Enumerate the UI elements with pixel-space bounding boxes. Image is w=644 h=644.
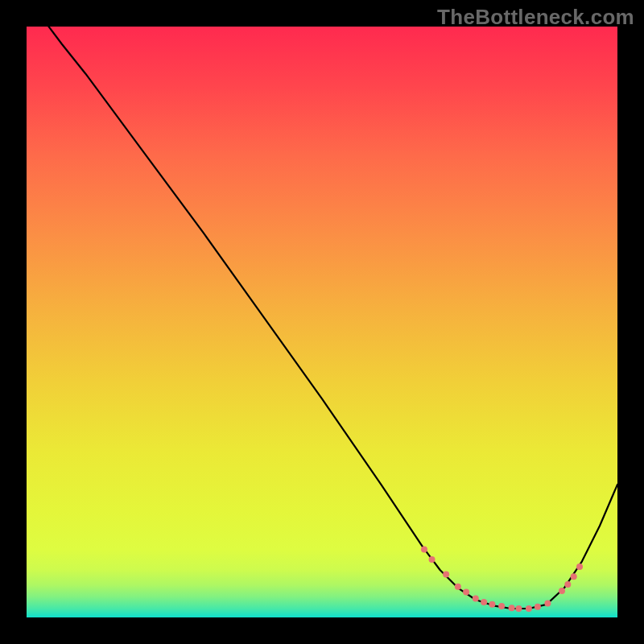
curve-marker (576, 564, 583, 570)
curve-marker (571, 573, 577, 580)
curve-marker (559, 588, 565, 594)
curve-marker (481, 599, 487, 605)
curve-marker (515, 605, 522, 612)
curve-marker (463, 588, 469, 595)
curve-marker (443, 571, 449, 577)
chart-plot (27, 27, 617, 617)
curve-marker (498, 603, 505, 609)
curve-marker (544, 600, 551, 606)
curve-marker (535, 604, 541, 610)
curve-marker (509, 605, 515, 611)
curve-marker (564, 581, 571, 588)
curve-marker (473, 596, 479, 602)
curve-marker (421, 547, 427, 553)
curve-marker (429, 556, 436, 563)
curve-marker (526, 605, 532, 612)
chart-frame: TheBottleneck.com (0, 0, 644, 644)
curve-marker (455, 584, 461, 590)
curve-marker (489, 601, 495, 608)
